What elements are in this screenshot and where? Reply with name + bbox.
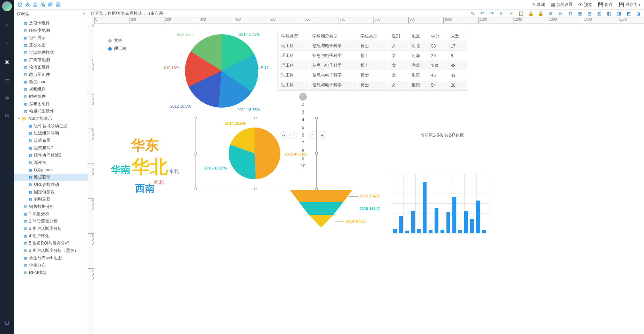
tool-unlock-icon[interactable]: 🔓 bbox=[538, 11, 543, 16]
tree-item[interactable]: 🖹瀑布图组件 bbox=[14, 100, 88, 108]
pager-last-icon[interactable]: ⏭ bbox=[319, 131, 326, 139]
bar-chart[interactable] bbox=[391, 174, 489, 233]
settings-icon[interactable]: ✲ bbox=[0, 91, 14, 105]
tree-item[interactable]: 🖹组件协同过滤2 bbox=[14, 152, 88, 159]
tree-item[interactable]: 🖹流式布局 bbox=[14, 137, 88, 144]
table-row[interactable]: 理工科信息与电子科学博士女湖北10043 bbox=[279, 61, 467, 70]
pager-page[interactable]: 2 bbox=[299, 101, 307, 108]
tree-item[interactable]: 🖹销售数据分析 bbox=[14, 203, 88, 210]
table-row[interactable]: 理工科信息与电子科学博士女重庆4641 bbox=[279, 71, 467, 80]
resize-handle[interactable] bbox=[194, 117, 197, 119]
dashboard-icon[interactable]: ◉ bbox=[0, 55, 14, 68]
tree-item[interactable]: 🖹2.时段流量分析 bbox=[14, 218, 88, 225]
database-icon[interactable]: ≡ bbox=[0, 36, 14, 50]
tree-item[interactable]: 🖹经纬度地图 bbox=[14, 27, 88, 34]
file-icon: 🖹 bbox=[24, 51, 28, 55]
wordcloud-widget[interactable]: 华东 华南 华北 东北 西北 西南 bbox=[105, 136, 185, 195]
tree-item[interactable]: 🖹迁徙地图 bbox=[14, 42, 88, 49]
save-button[interactable]: 💾保存 bbox=[598, 2, 613, 8]
tree-item[interactable]: 🖹过滤组件联动 bbox=[14, 130, 88, 137]
tree-item[interactable]: 🖹渐变色 bbox=[14, 159, 88, 166]
tree-item[interactable]: 🖹数据联动 bbox=[14, 174, 88, 181]
bar bbox=[435, 208, 438, 234]
collapse-icon[interactable]: « bbox=[82, 12, 85, 16]
tree-item[interactable]: 🖹组件展示 bbox=[14, 34, 88, 42]
tree-item[interactable]: 🖹3.用户活跃度分析 bbox=[14, 225, 88, 232]
tree-item[interactable]: 🖹4.用户转化 bbox=[14, 232, 88, 240]
tree-item[interactable]: 🖹3.用户活跃度分析（黑色） bbox=[14, 247, 88, 254]
tree-item[interactable]: 🖹组件智能联动过滤 bbox=[14, 122, 88, 130]
tool-undo-icon[interactable]: ↶ bbox=[479, 11, 485, 16]
page-setup-button[interactable]: ▦页面设置 bbox=[551, 2, 573, 8]
resize-handle[interactable] bbox=[315, 117, 318, 119]
tree-item[interactable]: 🖹选项卡组件 bbox=[14, 20, 88, 27]
new-button[interactable]: ✎新建 bbox=[532, 2, 545, 8]
canvas[interactable]: 文科 理工科 2014 17.5% 2015 17... 2011 16.75%… bbox=[94, 24, 644, 334]
table-row[interactable]: 理工科信息与电子科学博士女重庆5428 bbox=[279, 81, 467, 90]
tree-item[interactable]: 🖹过滤组件样式 bbox=[14, 49, 88, 56]
file-icon: 🖹 bbox=[24, 95, 28, 99]
file-icon: 🖹 bbox=[29, 153, 32, 158]
tree-item[interactable]: 🖹联动demo bbox=[14, 166, 88, 174]
tree-item[interactable]: 🖹时钟组件 bbox=[14, 93, 88, 100]
resize-handle[interactable] bbox=[194, 188, 197, 190]
resize-handle[interactable] bbox=[194, 152, 197, 154]
tree-item[interactable]: 🖹实时刷新 bbox=[14, 196, 88, 203]
tree-item[interactable]: 🖹固定值参数 bbox=[14, 188, 88, 196]
screen-icon[interactable]: ▭ bbox=[0, 73, 14, 87]
tree-item[interactable]: 🖹RFM模型 bbox=[14, 269, 88, 276]
tree-item[interactable]: 🖹帕累托图组件 bbox=[14, 108, 88, 115]
tool-zoom-out-icon[interactable]: ⊖ bbox=[557, 11, 563, 16]
tree-item[interactable]: 🖹5.渠道ROI与留存分析 bbox=[14, 240, 88, 247]
resize-handle[interactable] bbox=[254, 117, 257, 119]
home-icon[interactable]: ⌂ bbox=[0, 18, 14, 32]
legend-item[interactable]: 文科 bbox=[108, 38, 126, 44]
legend-item[interactable]: 理工科 bbox=[108, 46, 126, 52]
file-icon: 🖹 bbox=[24, 205, 28, 209]
tree-item[interactable]: 🖹URL参数联动 bbox=[14, 181, 88, 188]
tool-grid-icon[interactable]: ▦ bbox=[577, 11, 583, 16]
table-row[interactable]: 理工科信息与电子科学博士女河北9817 bbox=[279, 42, 467, 51]
tool-align4-icon[interactable]: ◪ bbox=[636, 11, 641, 16]
tree-item[interactable]: 🖹1.流量分析 bbox=[14, 210, 88, 218]
tool-delete-icon[interactable]: 🗑 bbox=[567, 11, 573, 16]
export-icon[interactable]: ⎘ bbox=[0, 109, 14, 123]
tree-folder[interactable]: ▾📁NBI功能演示 bbox=[14, 115, 88, 122]
tool-layer1-icon[interactable]: ▧ bbox=[587, 11, 592, 16]
tool-layer2-icon[interactable]: ▨ bbox=[597, 11, 602, 16]
preview-button[interactable]: 👁预览 bbox=[578, 2, 592, 8]
tree-item[interactable]: 🖹流式布局2 bbox=[14, 144, 88, 152]
table-row[interactable]: 理工科信息与电子科学博士女河南395 bbox=[279, 51, 467, 60]
tree-item[interactable]: 🖹广州市地图 bbox=[14, 56, 88, 64]
tool-align2-icon[interactable]: ◨ bbox=[616, 11, 622, 16]
pager-page[interactable]: 3 bbox=[299, 108, 307, 116]
file-icon: 🖹 bbox=[24, 87, 28, 92]
file-icon: 🖹 bbox=[24, 58, 28, 62]
funnel-chart[interactable]: 2015 25431 2016 16142 2014 10071 bbox=[279, 190, 363, 235]
tree-item[interactable]: 🖹学生分布 bbox=[14, 262, 88, 269]
resize-handle[interactable] bbox=[315, 152, 318, 154]
pie-chart-2[interactable]: 2015 49.24% 2016 31.26% 2014 19.5% bbox=[195, 118, 316, 189]
tree-body[interactable]: 🖹选项卡组件🖹经纬度地图🖹组件展示🖹迁徙地图🖹过滤组件样式🖹广州市地图🖹轮播图组… bbox=[14, 18, 88, 334]
legend-widget[interactable]: 文科 理工科 bbox=[108, 38, 126, 54]
tool-edit-icon[interactable]: ✎ bbox=[469, 11, 475, 16]
tool-align3-icon[interactable]: ◩ bbox=[626, 11, 631, 16]
tree-item[interactable]: 🖹轮播图组件 bbox=[14, 64, 88, 71]
resize-handle[interactable] bbox=[254, 188, 257, 190]
file-icon: 🖹 bbox=[29, 131, 32, 136]
pager-page[interactable]: 1 bbox=[299, 93, 307, 101]
tool-copy-icon[interactable]: ⎘ bbox=[499, 11, 504, 16]
tool-align1-icon[interactable]: ◧ bbox=[606, 11, 612, 16]
tree-item[interactable]: 🖹散点图组件 bbox=[14, 71, 88, 78]
tool-lock-icon[interactable]: 🔒 bbox=[528, 11, 534, 16]
tree-item[interactable]: 🖹学生分布web地图 bbox=[14, 254, 88, 262]
pie-chart-1[interactable]: 2014 17.5% 2015 17... 2011 16.75% 2012 1… bbox=[185, 34, 258, 108]
save-as-button[interactable]: 💾另存为▾ bbox=[619, 2, 641, 8]
tree-item[interactable]: 🖹渐变chart bbox=[14, 78, 88, 86]
tool-zoom-in-icon[interactable]: ⊕ bbox=[548, 11, 553, 16]
tool-paste-icon[interactable]: 📋 bbox=[518, 11, 524, 16]
tool-cut-icon[interactable]: ✂ bbox=[509, 11, 514, 16]
tool-redo-icon[interactable]: ↷ bbox=[489, 11, 495, 16]
power-icon[interactable]: ⏻ bbox=[0, 316, 14, 330]
tree-item[interactable]: 🖹视频组件 bbox=[14, 86, 88, 93]
